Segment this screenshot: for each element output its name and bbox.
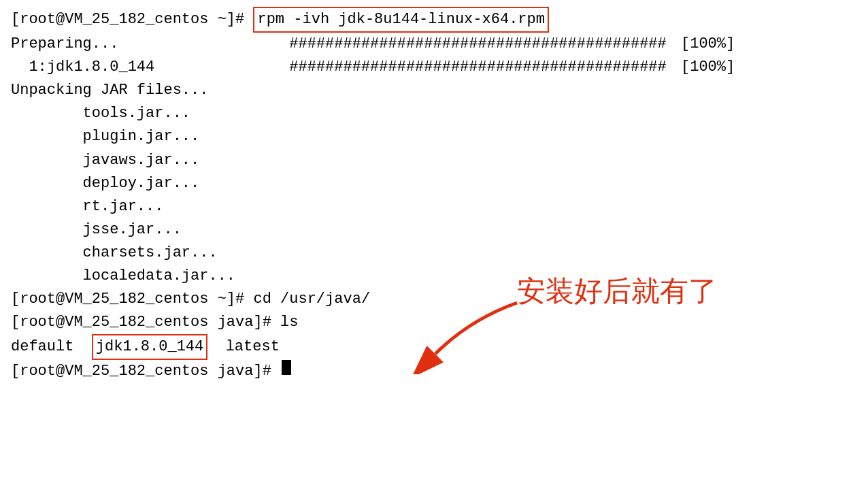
progress-line-jdk: 1:jdk1.8.0_144 #########################… [11, 56, 857, 79]
prompt-cd: [root@VM_25_182_centos ~]# cd /usr/java/ [11, 288, 370, 311]
jar-localedata: localedata.jar... [11, 265, 857, 288]
jar-jsse: jsse.jar... [11, 218, 857, 242]
jar-indent: localedata.jar... [11, 265, 235, 288]
preparing-label: Preparing... [11, 33, 289, 56]
ls-latest: latest [207, 335, 280, 359]
jar-charsets: charsets.jar... [11, 242, 857, 265]
ls-jdk-highlight: jdk1.8.0_144 [92, 334, 207, 360]
jdk-label: 1:jdk1.8.0_144 [11, 56, 289, 79]
jar-indent: jsse.jar... [11, 218, 182, 242]
jar-indent: javaws.jar... [11, 149, 199, 172]
jar-indent: plugin.jar... [11, 125, 199, 148]
jar-indent: rt.jar... [11, 195, 163, 218]
percent-2: [100%] [672, 56, 735, 79]
jar-indent: charsets.jar... [11, 242, 218, 265]
prompt-1: [root@VM_25_182_centos ~]# [11, 8, 253, 31]
jar-tools: tools.jar... [11, 102, 857, 125]
ls-output-line: default jdk1.8.0_144 latest [11, 334, 857, 360]
jar-deploy: deploy.jar... [11, 172, 857, 195]
jar-plugin: plugin.jar... [11, 125, 857, 148]
command-line-1: [root@VM_25_182_centos ~]# rpm -ivh jdk-… [11, 7, 857, 33]
hash-bar-2: ########################################… [289, 56, 667, 79]
progress-line-preparing: Preparing... ###########################… [11, 33, 857, 56]
jar-indent: deploy.jar... [11, 172, 199, 195]
command-line-cd: [root@VM_25_182_centos ~]# cd /usr/java/ [11, 288, 857, 311]
percent-1: [100%] [672, 33, 735, 56]
prompt-ls: [root@VM_25_182_centos java]# ls [11, 311, 298, 334]
command-line-ls: [root@VM_25_182_centos java]# ls [11, 311, 857, 334]
jar-javaws: javaws.jar... [11, 149, 857, 172]
jar-indent: tools.jar... [11, 102, 190, 125]
jar-rt: rt.jar... [11, 195, 857, 218]
cursor [282, 360, 291, 375]
unpacking-line: Unpacking JAR files... [11, 79, 857, 102]
terminal-window: [root@VM_25_182_centos ~]# rpm -ivh jdk-… [0, 0, 868, 391]
ls-default: default [11, 335, 92, 359]
unpacking-text: Unpacking JAR files... [11, 79, 208, 102]
command-highlight-1: rpm -ivh jdk-8u144-linux-x64.rpm [253, 7, 548, 33]
hash-bar-1: ########################################… [289, 33, 667, 56]
final-prompt-line: [root@VM_25_182_centos java]# [11, 360, 857, 383]
final-prompt: [root@VM_25_182_centos java]# [11, 360, 280, 383]
